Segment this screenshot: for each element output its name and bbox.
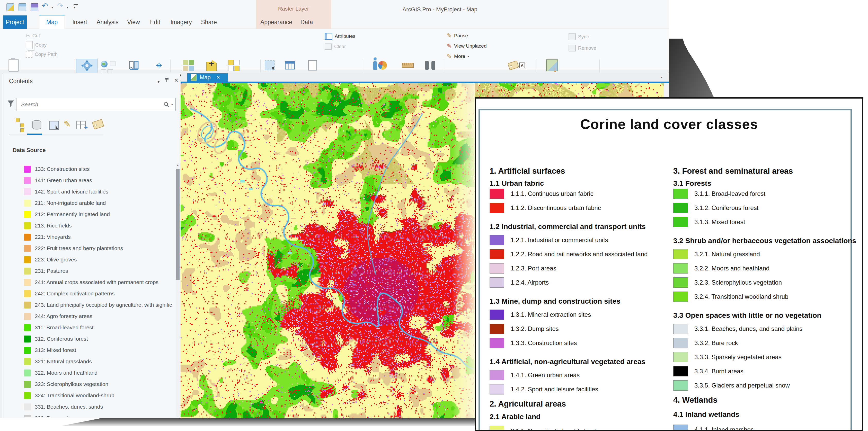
list-item[interactable]: 312: Coniferous forest <box>2 333 172 344</box>
remove-button[interactable]: Remove <box>568 44 596 53</box>
list-item[interactable]: 142: Sport and leisure facilities <box>2 186 172 197</box>
legend-swatch <box>24 313 31 320</box>
full-extent-icon[interactable] <box>101 61 107 67</box>
map-view-tab[interactable]: Map ✕ <box>187 73 228 82</box>
legend-entry: 2.1.1. Non-irrigated arable land <box>490 426 648 431</box>
new-project-icon[interactable] <box>6 3 14 11</box>
cut-button[interactable]: ✂ Cut <box>26 31 40 40</box>
panel-menu-icon[interactable]: ▾ <box>158 80 159 84</box>
list-item[interactable]: 332: Bare rocks <box>2 412 172 417</box>
legend-color-swatch <box>490 203 504 213</box>
legend-swatch <box>24 245 31 252</box>
list-item[interactable]: 324: Transitional woodland-shrub <box>2 390 172 401</box>
list-item[interactable]: 323: Sclerophyllous vegetation <box>2 378 172 390</box>
list-item[interactable]: 244: Agro forestry areas <box>2 311 172 322</box>
legend-entry: 1.2.4. Airports <box>490 277 648 288</box>
drawing-order-tab-icon[interactable] <box>16 118 24 132</box>
tab-imagery[interactable]: Imagery <box>168 16 194 29</box>
data-source-tab-icon[interactable] <box>31 120 42 131</box>
map-tab-close-icon[interactable]: ✕ <box>216 74 220 80</box>
pause-labeling-button[interactable]: ✎ Pause <box>446 31 468 40</box>
legend-entry: 3.3.1. Beaches, dunes, and sand plains <box>673 324 856 334</box>
tab-map[interactable]: Map <box>39 15 65 29</box>
tab-data[interactable]: Data <box>297 16 317 29</box>
more-labeling-button[interactable]: ✎ More▾ <box>446 52 469 61</box>
measure-icon <box>402 63 414 68</box>
list-item[interactable]: 222: Fruit trees and berry plantations <box>2 243 172 254</box>
filter-icon[interactable] <box>7 100 15 107</box>
add-data-icon: + <box>206 60 217 71</box>
list-item[interactable]: 322: Moors and heathland <box>2 367 172 378</box>
tab-analysis[interactable]: Analysis <box>94 16 121 29</box>
corine-legend-window[interactable]: Corine land cover classes 1. Artificial … <box>475 97 863 431</box>
redo-icon[interactable]: ↷ <box>57 2 63 10</box>
legend-swatch <box>24 403 31 410</box>
list-item[interactable]: 223: Olive groves <box>2 254 172 265</box>
legend-entry: 3.3.3. Sparsely vegetated areas <box>673 352 856 362</box>
tab-edit[interactable]: Edit <box>146 16 164 29</box>
legend-entry: 1.2.2. Road and rail networks and associ… <box>490 249 648 259</box>
copy-button[interactable]: Copy <box>26 41 46 50</box>
list-item[interactable]: 133: Construction sites <box>2 163 172 175</box>
list-item[interactable]: 242: Complex cultivation patterns <box>2 288 172 299</box>
list-item[interactable]: 211: Non-irrigated arable land <box>2 197 172 209</box>
tab-share[interactable]: Share <box>198 16 220 29</box>
scroll-up-icon[interactable]: ▲ <box>176 163 180 167</box>
select-by-attributes-icon <box>285 61 295 69</box>
list-item[interactable]: 231: Pastures <box>2 265 172 277</box>
labeling-tab-icon[interactable] <box>93 120 103 128</box>
add-table-tab-icon[interactable]: + <box>76 121 86 129</box>
list-item[interactable]: 311: Broad-leaved forest <box>2 322 172 333</box>
undo-dropdown-icon[interactable]: ▾ <box>52 6 53 9</box>
data-source-section-label: Data Source <box>12 147 45 154</box>
save-icon[interactable] <box>31 3 38 11</box>
add-preset-icon <box>228 60 240 71</box>
tab-appearance[interactable]: Appearance <box>259 16 293 29</box>
undo-icon[interactable]: ↶ <box>42 2 48 10</box>
list-item[interactable]: 212: Permanently irrigated land <box>2 209 172 220</box>
legend-right-column: 3. Forest and seminatural areas 3.1 Fore… <box>673 166 856 431</box>
zoom-selection-icon[interactable] <box>110 61 116 66</box>
sync-button[interactable]: Sync <box>568 32 589 41</box>
clear-icon <box>325 43 332 50</box>
download-map-icon: ↓ <box>546 59 558 71</box>
legend-subheading: 1.4 Artificial, non-agricultural vegetat… <box>490 357 648 366</box>
list-item[interactable]: 243: Land principally occupied by agricu… <box>2 299 172 311</box>
tab-project[interactable]: Project <box>3 16 27 29</box>
legend-entry: 1.2.3. Port areas <box>490 263 648 274</box>
panel-close-icon[interactable]: ✕ <box>174 77 179 83</box>
legend-swatch <box>24 358 31 365</box>
search-dropdown-icon[interactable]: ▾ <box>171 103 173 106</box>
list-item[interactable]: 241: Annual crops associated with perman… <box>2 277 172 288</box>
copy-path-button[interactable]: Copy Path <box>26 50 58 59</box>
clear-button[interactable]: Clear <box>325 42 346 51</box>
attributes-button[interactable]: Attributes <box>325 32 355 41</box>
list-item[interactable]: 221: Vineyards <box>2 231 172 243</box>
selection-tab-icon[interactable] <box>49 121 59 130</box>
list-item[interactable]: 141: Green urban areas <box>2 175 172 186</box>
list-item[interactable]: 313: Mixed forest <box>2 344 172 356</box>
legend-color-swatch <box>490 324 504 334</box>
open-project-icon[interactable] <box>19 3 26 11</box>
tab-view[interactable]: View <box>124 16 143 29</box>
legend-color-swatch <box>490 384 504 395</box>
contents-panel: Contents ▾ ✕ ▾ <box>2 73 180 418</box>
search-icon[interactable] <box>163 101 170 108</box>
legend-swatch <box>24 256 31 263</box>
list-item[interactable]: 321: Natural grasslands <box>2 356 172 367</box>
legend-color-swatch <box>490 338 504 348</box>
search-input[interactable] <box>21 101 163 108</box>
contents-scrollbar[interactable]: ▲ <box>176 163 180 417</box>
list-item[interactable]: 331: Beaches, dunes, sands <box>2 401 172 412</box>
tab-insert[interactable]: Insert <box>69 16 91 29</box>
tab-overflow-icon[interactable]: ▾ <box>661 75 662 79</box>
editing-tab-icon[interactable]: ✎ <box>64 119 71 129</box>
list-item[interactable]: 213: Rice fields <box>2 220 172 231</box>
view-unplaced-button[interactable]: ✎ View Unplaced <box>446 42 487 51</box>
scrollbar-thumb[interactable] <box>176 169 180 280</box>
legend-swatch <box>24 211 31 218</box>
redo-dropdown-icon[interactable]: ▾ <box>67 6 68 9</box>
legend-entry: 1.3.1. Mineral extraction sites <box>490 310 648 320</box>
layer-legend-list[interactable]: 133: Construction sites 141: Green urban… <box>2 163 175 417</box>
legend-entry: 1.1.1. Continuous urban fabric <box>490 189 648 199</box>
